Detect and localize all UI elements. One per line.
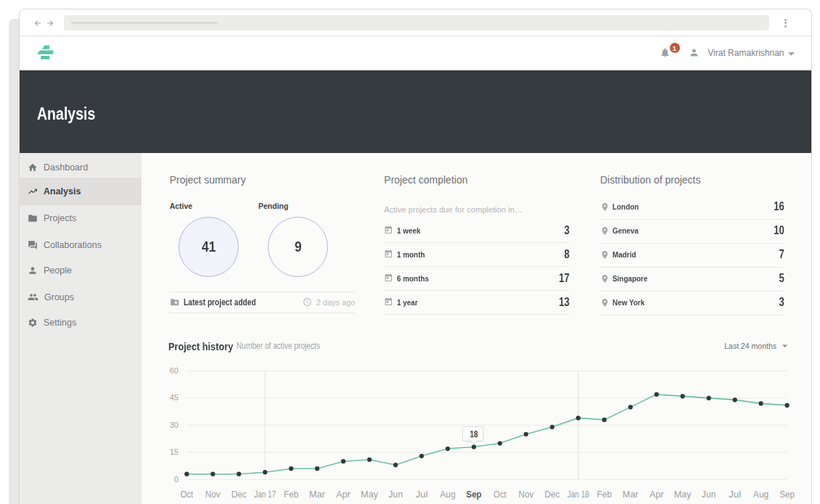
svg-text:Dec: Dec	[231, 489, 247, 500]
svg-text:Dec: Dec	[544, 489, 559, 500]
svg-text:Apr: Apr	[649, 489, 664, 500]
svg-text:Nov: Nov	[518, 489, 533, 500]
svg-text:15: 15	[170, 447, 179, 456]
svg-text:Jun: Jun	[388, 489, 403, 500]
svg-text:Apr: Apr	[336, 489, 350, 500]
svg-text:18: 18	[470, 429, 478, 439]
svg-text:Jun: Jun	[702, 489, 716, 500]
svg-text:Oct: Oct	[493, 489, 507, 500]
svg-text:May: May	[674, 489, 692, 500]
svg-text:0: 0	[174, 475, 179, 484]
svg-text:Jan 17: Jan 17	[254, 489, 276, 500]
svg-text:Feb: Feb	[284, 489, 298, 500]
svg-text:Mar: Mar	[309, 489, 326, 500]
svg-text:Feb: Feb	[597, 489, 612, 500]
svg-text:30: 30	[170, 421, 179, 429]
svg-text:Aug: Aug	[753, 489, 769, 500]
svg-text:May: May	[361, 489, 378, 500]
svg-text:Nov: Nov	[205, 489, 221, 500]
svg-text:Aug: Aug	[440, 489, 456, 500]
svg-text:45: 45	[170, 393, 179, 402]
svg-text:Oct: Oct	[180, 489, 193, 500]
svg-text:Mar: Mar	[623, 489, 639, 500]
svg-text:Sep: Sep	[779, 489, 795, 500]
svg-text:Sep: Sep	[467, 489, 482, 500]
svg-text:60: 60	[170, 366, 179, 375]
svg-text:Jan 18: Jan 18	[567, 489, 589, 500]
svg-text:Jul: Jul	[729, 489, 741, 500]
svg-text:Jul: Jul	[415, 489, 427, 500]
